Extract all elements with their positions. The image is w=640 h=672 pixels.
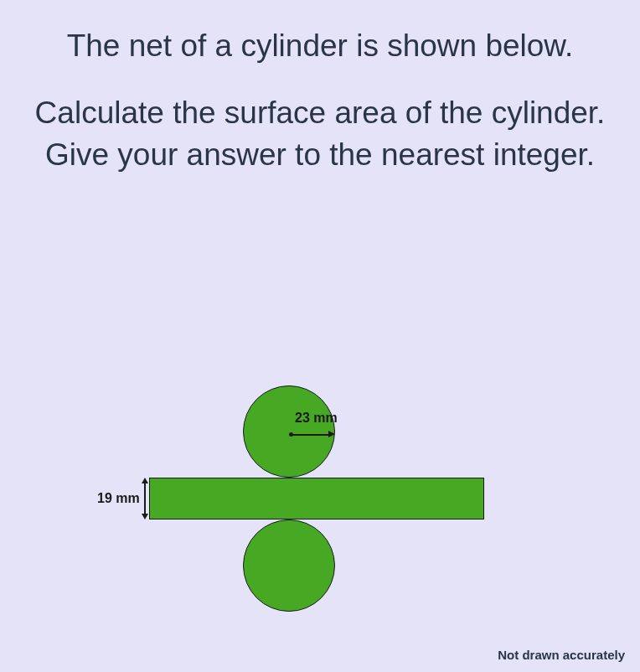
not-drawn-accurately-note: Not drawn accurately (498, 648, 625, 662)
radius-arrow-icon (289, 432, 335, 440)
height-arrow-icon (142, 478, 150, 520)
cylinder-net-diagram: 23 mm 19 mm (0, 385, 640, 654)
question-text: The net of a cylinder is shown below. Ca… (0, 0, 640, 176)
question-line-2-3: Calculate the surface area of the cylind… (34, 92, 606, 176)
bottom-circle (243, 520, 335, 612)
height-label: 19 mm (97, 491, 140, 506)
radius-label: 23 mm (295, 411, 338, 426)
lateral-rectangle (149, 478, 484, 520)
question-line-1: The net of a cylinder is shown below. (34, 25, 606, 67)
